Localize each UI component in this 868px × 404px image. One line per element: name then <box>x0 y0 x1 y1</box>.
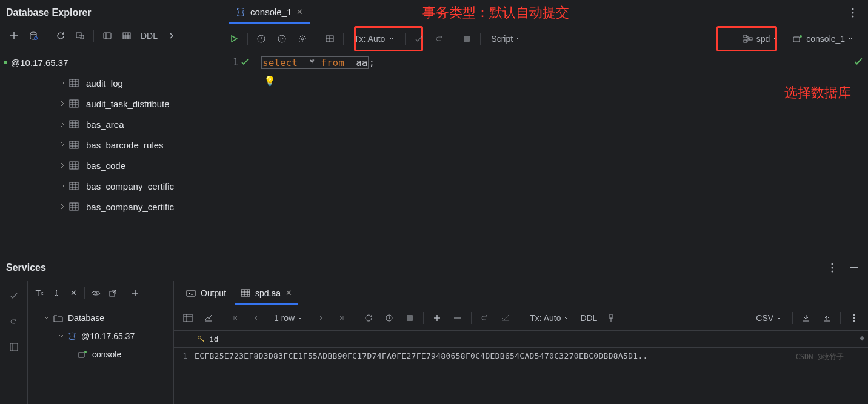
svg-point-34 <box>84 351 87 353</box>
explain-plan-icon[interactable]: P <box>273 30 291 48</box>
svg-rect-24 <box>793 37 800 42</box>
separator <box>343 33 344 45</box>
prev-page-icon[interactable] <box>247 309 265 327</box>
close-icon[interactable]: ✕ <box>296 7 303 16</box>
code-editor[interactable]: 1 select * from aa; 💡 选择数据库 <box>216 53 868 254</box>
grid-row[interactable]: 1 ECFB25E723EF8D3D83FCE1F55ADBB90FC17D74… <box>174 348 868 363</box>
output-tab[interactable]: Output <box>180 281 232 305</box>
chevron-down-icon <box>57 332 65 340</box>
intention-bulb-icon[interactable]: 💡 <box>264 75 276 87</box>
more-icon[interactable] <box>824 260 840 276</box>
svg-rect-11 <box>70 203 78 210</box>
first-page-icon[interactable] <box>227 309 245 327</box>
result-tab-label: spd.aa <box>255 288 281 298</box>
column-header[interactable]: id <box>192 334 224 343</box>
table-output-icon[interactable] <box>321 30 339 48</box>
schema-dropdown[interactable]: spd <box>737 30 784 48</box>
tx-filter-icon[interactable]: Tx <box>32 285 47 301</box>
commit-icon[interactable] <box>410 30 428 48</box>
rollback-icon[interactable] <box>6 314 22 329</box>
column-name: id <box>209 334 219 343</box>
auto-reload-icon[interactable] <box>380 309 398 327</box>
stop-icon[interactable] <box>458 30 476 48</box>
reload-icon[interactable] <box>359 309 378 327</box>
remove-row-icon[interactable] <box>449 309 467 327</box>
more-icon[interactable] <box>845 309 863 327</box>
last-page-icon[interactable] <box>332 309 350 327</box>
add-icon[interactable] <box>6 28 22 44</box>
result-grid[interactable]: id ◆ 1 ECFB25E723EF8D3D83FCE1F55ADBB90FC… <box>174 331 868 363</box>
editor-tab-bar: console_1 ✕ 事务类型：默认自动提交 <box>216 0 868 24</box>
table-view-icon[interactable] <box>119 28 135 44</box>
table-name: bas_area <box>86 119 124 130</box>
panel-title: Database Explorer <box>0 0 216 27</box>
chart-icon[interactable] <box>199 309 218 327</box>
more-icon[interactable] <box>845 5 861 21</box>
tx-label: Tx: Auto <box>354 34 385 44</box>
services-tree-host[interactable]: @10.17.65.37 <box>28 327 173 345</box>
download-icon[interactable] <box>797 309 815 327</box>
tree-item[interactable]: audit_task_distribute <box>0 93 216 114</box>
hide-icon[interactable] <box>846 260 862 276</box>
separator <box>247 33 248 45</box>
close-icon[interactable]: ✕ <box>65 285 81 301</box>
settings-icon[interactable] <box>293 30 312 48</box>
submit-icon[interactable] <box>496 309 515 327</box>
export-format-dropdown[interactable]: CSV <box>750 309 788 327</box>
table-icon <box>69 161 80 170</box>
history-icon[interactable] <box>252 30 270 48</box>
rollback-icon[interactable] <box>430 30 449 48</box>
tree-item[interactable]: bas_company_certific <box>0 176 216 196</box>
view-icon[interactable] <box>99 28 115 44</box>
table-view-icon[interactable] <box>179 309 197 327</box>
datasource-properties-icon[interactable] <box>25 28 41 44</box>
tree-item[interactable]: bas_company_certific <box>0 196 216 217</box>
services-tree-console[interactable]: console <box>28 345 173 363</box>
upload-icon[interactable] <box>818 309 836 327</box>
layout-icon[interactable] <box>6 339 22 355</box>
column-sort-icon[interactable]: ◆ <box>860 333 864 342</box>
session-dropdown[interactable]: console_1 <box>787 30 860 48</box>
ddl-button[interactable]: DDL <box>578 309 599 327</box>
close-icon[interactable]: ✕ <box>285 288 292 297</box>
tx-mode-dropdown[interactable]: Tx: Auto <box>524 309 575 327</box>
inspection-ok-icon[interactable] <box>853 57 863 67</box>
tree-item[interactable]: audit_log <box>0 73 216 93</box>
row-count-dropdown[interactable]: 1 row <box>268 309 309 327</box>
add-icon[interactable] <box>127 285 143 301</box>
filter-icon[interactable] <box>48 285 64 301</box>
tree-item[interactable]: bas_barcode_rules <box>0 134 216 155</box>
svg-rect-4 <box>123 33 130 39</box>
sync-icon[interactable] <box>72 28 88 44</box>
separator <box>471 312 472 324</box>
open-new-icon[interactable] <box>105 285 121 301</box>
services-tree-root[interactable]: Database <box>28 309 173 327</box>
next-page-icon[interactable] <box>312 309 330 327</box>
editor-toolbar: P Tx: Auto Script <box>216 24 868 53</box>
ddl-button[interactable]: DDL <box>138 27 160 45</box>
run-button[interactable] <box>225 30 243 48</box>
add-row-icon[interactable] <box>428 309 446 327</box>
editor-tab[interactable]: console_1 ✕ <box>229 0 310 24</box>
tree-item[interactable]: bas_area <box>0 114 216 134</box>
result-tab[interactable]: spd.aa ✕ <box>235 281 298 305</box>
svg-point-28 <box>832 271 833 273</box>
revert-icon[interactable] <box>476 309 494 327</box>
console-icon <box>236 7 245 17</box>
separator <box>423 312 424 324</box>
chevron-right-icon[interactable] <box>164 28 179 44</box>
tx-mode-dropdown[interactable]: Tx: Auto <box>348 30 401 48</box>
stop-icon[interactable] <box>401 309 419 327</box>
line-number: 1 <box>216 57 241 68</box>
refresh-icon[interactable] <box>53 28 68 44</box>
check-icon[interactable] <box>6 288 22 304</box>
separator <box>84 287 85 299</box>
show-icon[interactable] <box>88 285 104 301</box>
db-host-node[interactable]: @10.17.65.37 <box>0 52 216 73</box>
services-header: Services <box>0 254 868 281</box>
pin-icon[interactable] <box>602 309 620 327</box>
script-dropdown[interactable]: Script <box>485 30 527 48</box>
svg-rect-35 <box>187 290 195 296</box>
svg-rect-9 <box>70 162 78 169</box>
tree-item[interactable]: bas_code <box>0 155 216 176</box>
